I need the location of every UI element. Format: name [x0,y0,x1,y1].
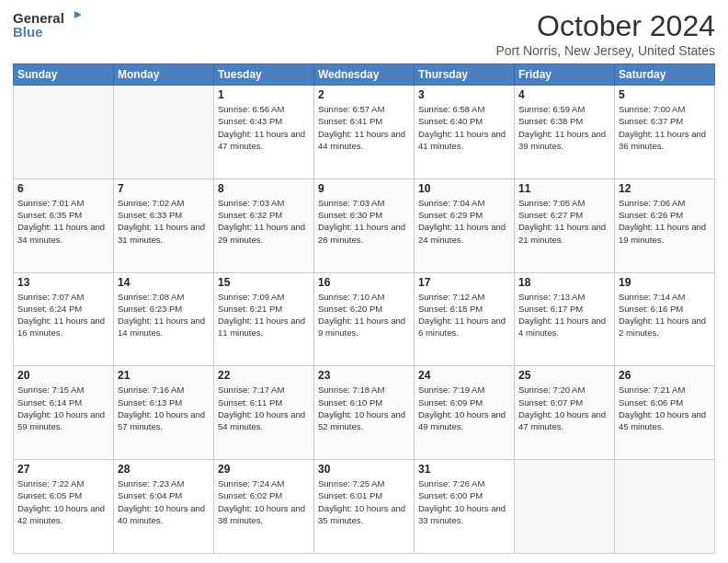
logo: General Blue [13,9,82,40]
calendar-cell: 24Sunrise: 7:19 AM Sunset: 6:09 PM Dayli… [415,366,515,460]
calendar-week-row: 6Sunrise: 7:01 AM Sunset: 6:35 PM Daylig… [14,178,715,272]
day-number: 21 [118,369,210,382]
calendar-weekday-saturday: Saturday [615,64,715,86]
calendar-weekday-sunday: Sunday [14,64,114,86]
title-block: October 2024 Port Norris, New Jersey, Un… [495,9,715,58]
calendar-cell: 30Sunrise: 7:25 AM Sunset: 6:01 PM Dayli… [314,460,415,554]
calendar-cell: 2Sunrise: 6:57 AM Sunset: 6:41 PM Daylig… [314,86,415,179]
calendar-cell: 27Sunrise: 7:22 AM Sunset: 6:05 PM Dayli… [14,460,114,554]
calendar-week-row: 13Sunrise: 7:07 AM Sunset: 6:24 PM Dayli… [14,272,715,366]
header: General Blue October 2024 Port Norris, N… [13,9,715,58]
day-number: 16 [318,276,410,289]
day-info: Sunrise: 6:57 AM Sunset: 6:41 PM Dayligh… [318,103,410,152]
day-info: Sunrise: 6:56 AM Sunset: 6:43 PM Dayligh… [218,103,310,152]
calendar-cell: 13Sunrise: 7:07 AM Sunset: 6:24 PM Dayli… [14,272,114,366]
day-number: 14 [118,276,210,289]
day-number: 28 [118,463,210,476]
calendar-week-row: 1Sunrise: 6:56 AM Sunset: 6:43 PM Daylig… [14,86,715,179]
calendar-weekday-monday: Monday [114,64,214,86]
day-number: 22 [218,369,310,382]
day-number: 5 [619,88,711,101]
calendar-cell: 26Sunrise: 7:21 AM Sunset: 6:06 PM Dayli… [615,366,715,460]
day-number: 8 [218,182,310,195]
day-number: 17 [418,276,510,289]
calendar-cell: 16Sunrise: 7:10 AM Sunset: 6:20 PM Dayli… [314,272,415,366]
day-info: Sunrise: 7:14 AM Sunset: 6:16 PM Dayligh… [619,291,711,339]
calendar-cell: 22Sunrise: 7:17 AM Sunset: 6:11 PM Dayli… [214,366,314,460]
day-number: 13 [17,276,109,289]
calendar-weekday-thursday: Thursday [415,64,515,86]
day-number: 9 [318,182,410,195]
calendar-cell: 6Sunrise: 7:01 AM Sunset: 6:35 PM Daylig… [14,178,114,272]
day-number: 29 [218,463,310,476]
day-info: Sunrise: 7:01 AM Sunset: 6:35 PM Dayligh… [17,197,109,246]
day-info: Sunrise: 7:04 AM Sunset: 6:29 PM Dayligh… [418,197,510,246]
calendar-cell [14,86,114,179]
calendar-week-row: 27Sunrise: 7:22 AM Sunset: 6:05 PM Dayli… [14,460,715,554]
day-number: 24 [418,369,510,382]
svg-marker-0 [74,11,82,18]
day-number: 6 [17,182,109,195]
calendar-cell: 8Sunrise: 7:03 AM Sunset: 6:32 PM Daylig… [214,178,314,272]
page: General Blue October 2024 Port Norris, N… [0,0,728,563]
calendar-cell: 3Sunrise: 6:58 AM Sunset: 6:40 PM Daylig… [415,86,515,179]
day-info: Sunrise: 7:19 AM Sunset: 6:09 PM Dayligh… [418,384,510,432]
day-number: 10 [418,182,510,195]
day-number: 4 [518,88,610,101]
calendar-cell: 23Sunrise: 7:18 AM Sunset: 6:10 PM Dayli… [314,366,415,460]
day-info: Sunrise: 7:18 AM Sunset: 6:10 PM Dayligh… [318,384,410,432]
day-number: 1 [218,88,310,101]
day-number: 27 [17,463,109,476]
calendar-cell: 19Sunrise: 7:14 AM Sunset: 6:16 PM Dayli… [615,272,715,366]
day-info: Sunrise: 7:20 AM Sunset: 6:07 PM Dayligh… [518,384,610,432]
calendar-table: SundayMondayTuesdayWednesdayThursdayFrid… [13,63,715,554]
day-number: 11 [518,182,610,195]
day-number: 19 [619,276,711,289]
calendar-cell: 1Sunrise: 6:56 AM Sunset: 6:43 PM Daylig… [214,86,314,179]
calendar-cell: 12Sunrise: 7:06 AM Sunset: 6:26 PM Dayli… [615,178,715,272]
day-number: 26 [619,369,711,382]
calendar-week-row: 20Sunrise: 7:15 AM Sunset: 6:14 PM Dayli… [14,366,715,460]
day-number: 31 [418,463,510,476]
calendar-cell: 10Sunrise: 7:04 AM Sunset: 6:29 PM Dayli… [415,178,515,272]
day-number: 12 [619,182,711,195]
day-info: Sunrise: 7:26 AM Sunset: 6:00 PM Dayligh… [418,477,510,526]
calendar-cell: 9Sunrise: 7:03 AM Sunset: 6:30 PM Daylig… [314,178,415,272]
day-info: Sunrise: 7:06 AM Sunset: 6:26 PM Dayligh… [619,197,711,246]
day-number: 7 [118,182,210,195]
calendar-cell: 28Sunrise: 7:23 AM Sunset: 6:04 PM Dayli… [114,460,214,554]
day-info: Sunrise: 7:22 AM Sunset: 6:05 PM Dayligh… [17,477,109,526]
day-number: 20 [17,369,109,382]
calendar-cell: 4Sunrise: 6:59 AM Sunset: 6:38 PM Daylig… [515,86,615,179]
location: Port Norris, New Jersey, United States [495,43,715,58]
calendar-cell: 21Sunrise: 7:16 AM Sunset: 6:13 PM Dayli… [114,366,214,460]
calendar-cell [615,460,715,554]
calendar-cell [515,460,615,554]
month-title: October 2024 [495,9,715,43]
calendar-cell: 14Sunrise: 7:08 AM Sunset: 6:23 PM Dayli… [114,272,214,366]
day-info: Sunrise: 7:13 AM Sunset: 6:17 PM Dayligh… [518,291,610,339]
calendar-cell: 20Sunrise: 7:15 AM Sunset: 6:14 PM Dayli… [14,366,114,460]
calendar-cell: 5Sunrise: 7:00 AM Sunset: 6:37 PM Daylig… [615,86,715,179]
day-info: Sunrise: 7:15 AM Sunset: 6:14 PM Dayligh… [17,384,109,432]
calendar-cell: 18Sunrise: 7:13 AM Sunset: 6:17 PM Dayli… [515,272,615,366]
day-info: Sunrise: 7:00 AM Sunset: 6:37 PM Dayligh… [619,103,711,152]
day-number: 15 [218,276,310,289]
day-number: 18 [518,276,610,289]
calendar-weekday-wednesday: Wednesday [314,64,415,86]
calendar-cell [114,86,214,179]
day-info: Sunrise: 7:16 AM Sunset: 6:13 PM Dayligh… [118,384,210,432]
day-info: Sunrise: 7:12 AM Sunset: 6:18 PM Dayligh… [418,291,510,339]
calendar-cell: 31Sunrise: 7:26 AM Sunset: 6:00 PM Dayli… [415,460,515,554]
day-info: Sunrise: 7:08 AM Sunset: 6:23 PM Dayligh… [118,291,210,339]
day-info: Sunrise: 7:03 AM Sunset: 6:30 PM Dayligh… [318,197,410,246]
day-info: Sunrise: 7:05 AM Sunset: 6:27 PM Dayligh… [518,197,610,246]
calendar-cell: 17Sunrise: 7:12 AM Sunset: 6:18 PM Dayli… [415,272,515,366]
logo-blue-label: Blue [13,24,43,40]
day-info: Sunrise: 7:21 AM Sunset: 6:06 PM Dayligh… [619,384,711,432]
calendar-header-row: SundayMondayTuesdayWednesdayThursdayFrid… [14,64,715,86]
day-info: Sunrise: 7:23 AM Sunset: 6:04 PM Dayligh… [118,477,210,526]
logo-blue-row: Blue [13,24,43,40]
day-info: Sunrise: 7:25 AM Sunset: 6:01 PM Dayligh… [318,477,410,526]
day-info: Sunrise: 7:07 AM Sunset: 6:24 PM Dayligh… [17,291,109,339]
